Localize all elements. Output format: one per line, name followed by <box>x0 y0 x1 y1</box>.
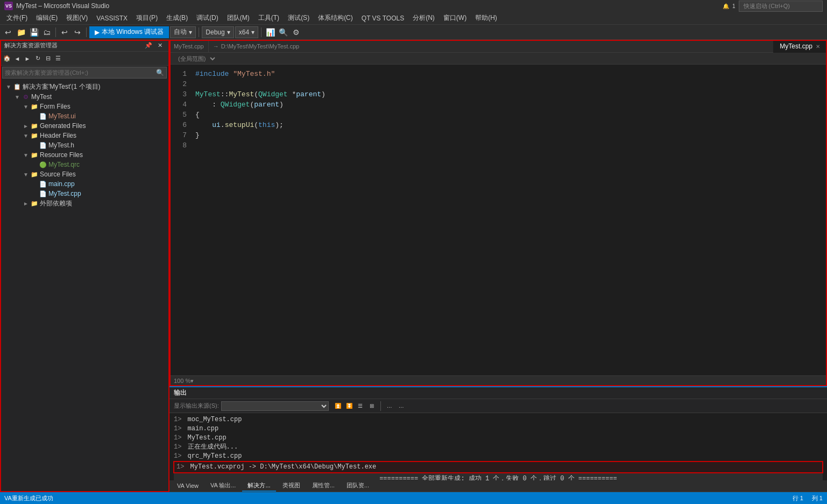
line-num-4: 4 <box>169 100 187 110</box>
panel-pin-button[interactable]: 📌 <box>144 41 153 51</box>
status-right: 行 1 列 1 <box>793 494 823 502</box>
debug-dropdown[interactable]: Debug ▾ <box>202 26 234 38</box>
tree-mytest-qrc[interactable]: 🟢 MyTest.qrc <box>0 160 169 169</box>
output-text-5: qrc_MyTest.cpp <box>188 452 242 460</box>
toolbar-undo[interactable]: ↩ <box>59 26 70 38</box>
tree-external-deps[interactable]: ► 📁 外部依赖项 <box>0 198 169 209</box>
lower-tab-class-view[interactable]: 类视图 <box>277 480 306 492</box>
tree-mytest-cpp[interactable]: 📄 MyTest.cpp <box>0 189 169 198</box>
toolbar-redo[interactable]: ↪ <box>72 26 83 38</box>
tree-project[interactable]: ▼ ⚙ MyTest <box>0 92 169 102</box>
output-btn-1[interactable]: ⏫ <box>333 401 343 411</box>
mytest-ui-label: MyTest.ui <box>47 112 76 120</box>
menu-tools[interactable]: 工具(T) <box>254 12 284 24</box>
run-icon: ▶ <box>95 29 100 36</box>
zoom-bar: 100 % ▾ <box>169 375 827 386</box>
tree-source-files[interactable]: ▼ 📁 Source Files <box>0 169 169 179</box>
lower-tab-class-view-label: 类视图 <box>282 482 300 488</box>
menu-window[interactable]: 窗口(W) <box>439 12 471 24</box>
toolbar-open[interactable]: 📁 <box>15 26 27 38</box>
tree-header-files[interactable]: ▼ 📁 Header Files <box>0 131 169 140</box>
menu-file[interactable]: 文件(F) <box>2 12 32 24</box>
output-panel: 输出 显示输出来源(S): ⏫ ⏬ ☰ ⊞ … … 1> moc_MyTest.… <box>169 386 827 480</box>
config-dropdown[interactable]: 自动 ▾ <box>170 26 196 38</box>
tree-mytest-ui[interactable]: 📄 MyTest.ui <box>0 111 169 121</box>
code-content[interactable]: #include "MyTest.h" MyTest::MyTest(QWidg… <box>191 65 827 375</box>
chevron-down-icon-3: ▾ <box>251 29 255 36</box>
tab-label: MyTest.cpp <box>780 42 812 50</box>
ext-folder-icon: 📁 <box>30 200 39 208</box>
menu-view[interactable]: 视图(V) <box>62 12 92 24</box>
toolbar-save-all[interactable]: 🗂 <box>41 26 53 38</box>
scope-dropdown[interactable]: (全局范围) <box>174 54 217 63</box>
explorer-home-btn[interactable]: 🏠 <box>2 54 12 63</box>
menu-team[interactable]: 团队(M) <box>223 12 254 24</box>
tree-solution-root[interactable]: ▼ 📋 解决方案'MyTest'(1 个项目) <box>0 82 169 92</box>
menu-help[interactable]: 帮助(H) <box>471 12 501 24</box>
output-prefix-2: 1> <box>174 425 181 432</box>
zoom-dropdown-icon[interactable]: ▾ <box>190 378 194 385</box>
notification-icon[interactable]: 🔔 <box>723 3 729 9</box>
project-label: MyTest <box>30 93 52 101</box>
explorer-show-all-btn[interactable]: ☰ <box>53 54 63 63</box>
arch-dropdown[interactable]: x64 ▾ <box>235 26 258 38</box>
vs-logo-icon: VS <box>4 2 13 10</box>
solution-explorer-panel: 解决方案资源管理器 📌 ✕ 🏠 ◄ ► ↻ ⊟ ☰ 🔍 ▼ 📋 解决方案'MyT… <box>0 40 169 492</box>
toolbar-btn-extra-2[interactable]: 🔍 <box>277 26 289 38</box>
tree-mytest-h[interactable]: 📄 MyTest.h <box>0 140 169 150</box>
output-toolbar-buttons: ⏫ ⏬ ☰ ⊞ <box>333 401 377 411</box>
title-bar: VS MyTest – Microsoft Visual Studio 🔔 1 … <box>0 0 827 12</box>
explorer-refresh-btn[interactable]: ↻ <box>33 54 43 63</box>
explorer-forward-btn[interactable]: ► <box>23 54 32 63</box>
menu-architecture[interactable]: 体系结构(C) <box>314 12 357 24</box>
menu-debug[interactable]: 调试(D) <box>192 12 223 24</box>
toolbar-save[interactable]: 💾 <box>28 26 40 38</box>
status-bar: VA重新生成已成功 行 1 列 1 <box>0 492 827 504</box>
menu-vassistx[interactable]: VASSISTX <box>92 13 132 23</box>
toolbar-btn-extra-3[interactable]: ⚙ <box>290 26 302 38</box>
menu-edit[interactable]: 编辑(E) <box>32 12 62 24</box>
toolbar-new[interactable]: ↩ <box>2 26 14 38</box>
lower-tab-team[interactable]: 团队资... <box>341 480 374 492</box>
tree-main-cpp[interactable]: 📄 main.cpp <box>0 179 169 189</box>
search-input[interactable] <box>5 69 156 76</box>
output-text-1: moc_MyTest.cpp <box>188 416 242 423</box>
form-expand-icon: ▼ <box>22 104 30 110</box>
explorer-collapse-btn[interactable]: ⊟ <box>43 54 53 63</box>
search-bar[interactable]: 🔍 <box>2 67 167 79</box>
tree-form-files[interactable]: ▼ 📁 Form Files <box>0 102 169 111</box>
output-text-2: main.cpp <box>188 425 219 432</box>
output-btn-4[interactable]: ⊞ <box>367 401 377 411</box>
menu-analyze[interactable]: 分析(N) <box>408 12 439 24</box>
menu-build[interactable]: 生成(B) <box>162 12 192 24</box>
menu-project[interactable]: 项目(P) <box>132 12 162 24</box>
lower-tab-va-view-label: VA View <box>177 482 199 489</box>
editor-tab-mytest-cpp[interactable]: MyTest.cpp ✕ <box>773 40 827 53</box>
tree-resource-files[interactable]: ▼ 📁 Resource Files <box>0 150 169 160</box>
quick-launch-search[interactable]: 快速启动 (Ctrl+Q) <box>739 1 823 12</box>
output-btn-2[interactable]: ⏬ <box>344 401 354 411</box>
panel-close-button[interactable]: ✕ <box>155 41 165 51</box>
lower-tab-properties[interactable]: 属性管... <box>307 480 340 492</box>
run-button[interactable]: ▶ 本地 Windows 调试器 <box>89 26 169 38</box>
tree-generated-files[interactable]: ► 📁 Generated Files <box>0 121 169 131</box>
main-cpp-icon: 📄 <box>39 180 47 188</box>
tab-close-btn[interactable]: ✕ <box>816 44 820 49</box>
source-expand-icon: ▼ <box>22 172 30 178</box>
menu-test[interactable]: 测试(S) <box>284 12 314 24</box>
explorer-back-btn[interactable]: ◄ <box>12 54 22 63</box>
output-btn-3[interactable]: ☰ <box>356 401 365 411</box>
lower-tab-va-view[interactable]: VA View <box>172 481 204 491</box>
lower-tab-va-output[interactable]: VA 输出... <box>205 480 241 492</box>
output-source-dropdown[interactable] <box>221 401 329 411</box>
output-btn-5[interactable]: … <box>385 401 394 411</box>
breadcrumb-path-right: → D:\MyTest\MyTest\MyTest.cpp <box>209 43 774 49</box>
output-btn-6[interactable]: … <box>397 401 406 411</box>
zoom-label: 100 % <box>174 378 190 384</box>
toolbar-btn-extra-1[interactable]: 📊 <box>264 26 276 38</box>
output-header: 输出 <box>169 387 827 399</box>
lower-tab-solution[interactable]: 解决方... <box>242 480 275 492</box>
menu-qt-tools[interactable]: QT VS TOOLS <box>357 13 408 23</box>
mytest-qrc-label: MyTest.qrc <box>47 161 80 168</box>
menu-bar: 文件(F) 编辑(E) 视图(V) VASSISTX 项目(P) 生成(B) 调… <box>0 12 827 25</box>
